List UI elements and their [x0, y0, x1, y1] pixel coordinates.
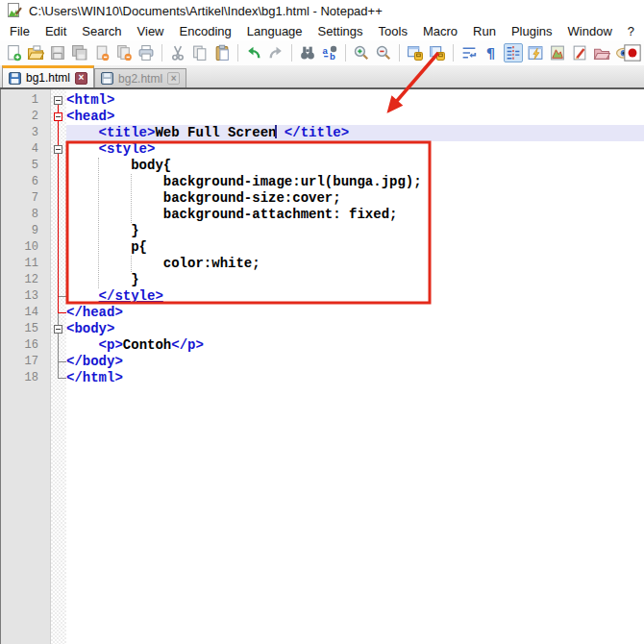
menu-edit[interactable]: Edit	[37, 22, 74, 40]
code-line-18: 18</html>	[1, 370, 644, 386]
line-number: 6	[1, 174, 51, 190]
replace-button[interactable]: ab	[320, 43, 339, 62]
folder-as-workspace-button[interactable]	[592, 43, 611, 62]
zoom-in-button[interactable]	[352, 43, 371, 62]
tab-label: bg2.html	[118, 72, 162, 86]
new-file-button[interactable]	[4, 43, 23, 62]
print-button[interactable]	[136, 43, 156, 62]
line-number: 3	[1, 125, 51, 141]
save-file-icon	[49, 44, 66, 62]
tab-save-icon	[9, 72, 21, 85]
replace-icon: ab	[321, 44, 338, 62]
menu-language[interactable]: Language	[239, 22, 310, 40]
menu-search[interactable]: Search	[74, 22, 129, 40]
print-icon	[137, 44, 155, 62]
save-file-button[interactable]	[48, 43, 67, 62]
zoom-in-icon	[353, 44, 370, 62]
line-number: 7	[1, 190, 51, 207]
code-text: body{	[66, 158, 644, 174]
code-text: </html>	[66, 370, 644, 386]
line-number: 11	[1, 256, 51, 272]
save-all-icon	[71, 44, 88, 62]
menu-file[interactable]: File	[2, 22, 37, 40]
zoom-out-button[interactable]	[374, 43, 393, 62]
close-file-button[interactable]	[92, 43, 111, 62]
sync-scroll-horizontal-button[interactable]	[428, 43, 447, 62]
fold-toggle-icon[interactable]	[54, 112, 62, 121]
window-title: C:\Users\WIN10\Documents\Artikel\Index\b…	[29, 4, 383, 18]
new-file-icon	[5, 44, 22, 62]
word-wrap-icon	[460, 44, 478, 62]
tab-bg2.html[interactable]: bg2.html×	[94, 68, 186, 87]
fold-cell	[51, 272, 66, 288]
redo-button[interactable]	[266, 43, 285, 62]
menu-window[interactable]: Window	[560, 22, 620, 40]
menu-macro[interactable]: Macro	[415, 22, 465, 40]
menu-settings[interactable]: Settings	[310, 22, 371, 40]
fold-toggle-icon[interactable]	[54, 145, 62, 154]
fold-cell	[51, 158, 66, 174]
save-all-button[interactable]	[70, 43, 89, 62]
fold-cell	[51, 92, 66, 109]
code-text: </body>	[66, 354, 644, 370]
menu-encoding[interactable]: Encoding	[172, 22, 239, 40]
paste-icon	[213, 44, 231, 62]
function-list-button[interactable]	[526, 43, 545, 62]
toolbar-separator	[237, 44, 238, 62]
word-wrap-button[interactable]	[459, 43, 479, 62]
code-text: <html>	[66, 92, 644, 109]
show-all-characters-icon: ¶	[483, 44, 500, 62]
sync-scroll-vertical-button[interactable]	[406, 43, 425, 62]
code-text: }	[66, 272, 644, 288]
notepad-file-icon	[7, 3, 22, 18]
code-text: }	[66, 223, 644, 239]
tab-bar: bg1.html×bg2.html×	[0, 65, 644, 89]
code-editor[interactable]: 1<html>2<head>3 <title>Web Full Screen <…	[0, 89, 644, 644]
redo-icon	[267, 44, 285, 62]
fold-cell	[51, 239, 66, 256]
document-list-button[interactable]	[570, 43, 589, 62]
zoom-out-icon	[375, 44, 392, 62]
menu-run[interactable]: Run	[465, 22, 504, 40]
code-text: background-image:url(bunga.jpg);	[66, 174, 644, 190]
menu-tools[interactable]: Tools	[371, 22, 415, 40]
find-button[interactable]	[298, 43, 317, 62]
copy-button[interactable]	[190, 43, 210, 62]
code-line-2: 2<head>	[1, 109, 644, 125]
code-line-4: 4 <style>	[1, 141, 644, 158]
macro-record-button[interactable]	[623, 43, 642, 62]
code-line-1: 1<html>	[1, 92, 644, 109]
code-text: background-attachment: fixed;	[66, 207, 644, 223]
tab-close-icon[interactable]: ×	[75, 72, 87, 85]
show-all-characters-button[interactable]: ¶	[482, 43, 501, 62]
undo-button[interactable]	[244, 43, 263, 62]
function-list-icon	[527, 44, 544, 62]
document-map-button[interactable]	[548, 43, 567, 62]
svg-text:a: a	[323, 45, 329, 56]
code-text: color:white;	[66, 256, 644, 272]
line-number: 9	[1, 223, 51, 239]
fold-toggle-icon[interactable]	[54, 325, 62, 334]
indent-guide	[131, 174, 132, 223]
indent-guide	[98, 158, 99, 288]
fold-cell	[51, 207, 66, 223]
fold-cell	[51, 190, 66, 207]
cut-button[interactable]	[168, 43, 187, 62]
paste-button[interactable]	[212, 43, 232, 62]
code-line-13: 13 </style>	[1, 288, 644, 305]
open-file-button[interactable]	[26, 43, 45, 62]
close-all-button[interactable]	[114, 43, 134, 62]
tab-close-icon[interactable]: ×	[167, 72, 180, 85]
fold-cell	[51, 321, 66, 337]
menu-plugins[interactable]: Plugins	[504, 22, 560, 40]
menu-view[interactable]: View	[130, 22, 172, 40]
tab-bg1.html[interactable]: bg1.html×	[2, 65, 94, 87]
sync-scroll-vertical-icon	[407, 44, 424, 62]
fold-toggle-icon[interactable]	[54, 96, 62, 105]
menu-help[interactable]: ?	[620, 22, 642, 40]
indent-guide-button[interactable]	[504, 43, 523, 62]
close-file-icon	[93, 44, 111, 62]
fold-cell	[51, 256, 66, 272]
code-line-16: 16 <p>Contoh</p>	[1, 337, 644, 354]
folder-as-workspace-icon	[593, 44, 610, 62]
